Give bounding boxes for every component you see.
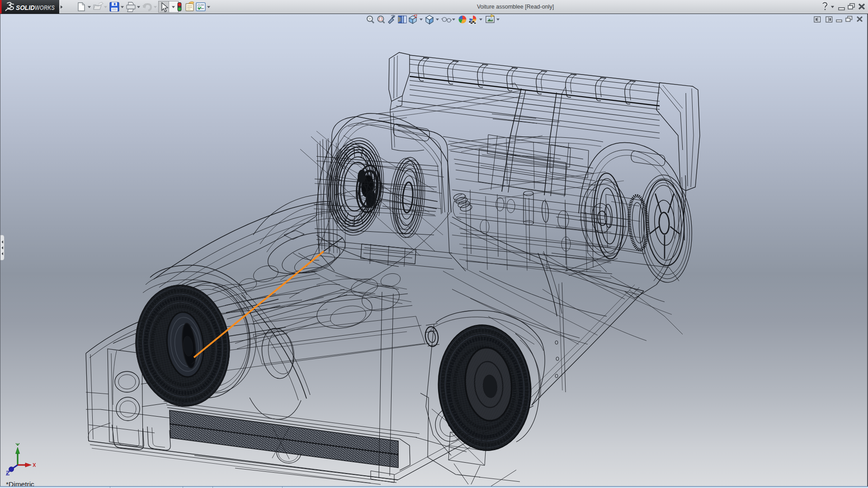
- svg-text:SOLID: SOLID: [16, 4, 35, 11]
- svg-text:WORKS: WORKS: [35, 4, 55, 11]
